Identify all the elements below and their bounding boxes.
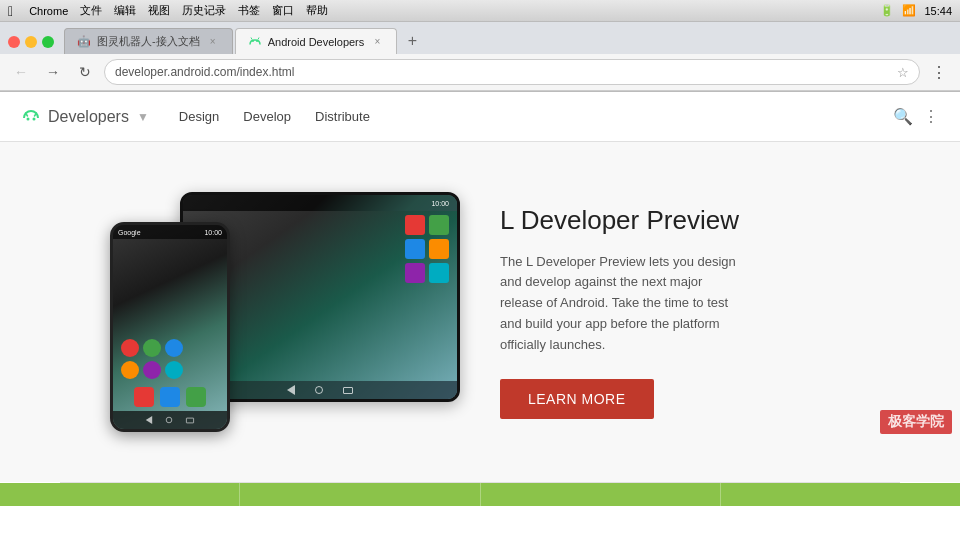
tablet-app-grid (405, 215, 449, 283)
nav-design[interactable]: Design (179, 105, 219, 128)
tab-android-developers[interactable]: Android Developers × (235, 28, 398, 54)
menu-view[interactable]: 视图 (148, 3, 170, 18)
svg-line-6 (26, 113, 28, 116)
hero-text: L Developer Preview The L Developer Prev… (500, 205, 880, 420)
browser-menu-button[interactable]: ⋮ (926, 59, 952, 85)
svg-line-2 (251, 37, 252, 39)
android-logo-icon (20, 106, 42, 128)
phone-app-circles (121, 339, 183, 379)
website: Developers ▼ Design Develop Distribute 🔍… (0, 92, 960, 506)
maximize-window-button[interactable] (42, 36, 54, 48)
hero-devices: 10:00 (80, 192, 460, 432)
browser-toolbar: ← → ↻ developer.android.com/index.html ☆… (0, 54, 960, 91)
menu-edit[interactable]: 编辑 (114, 3, 136, 18)
phone-bottom-apps (134, 387, 206, 407)
site-logo-text: Developers (48, 108, 129, 126)
tab-robots-title: 图灵机器人-接入文档 (97, 34, 200, 49)
cta-watch-videos[interactable]: Watch Videos › (481, 483, 721, 506)
os-menubar-left:  Chrome 文件 编辑 视图 历史记录 书签 窗口 帮助 (8, 3, 328, 19)
tab-robots[interactable]: 🤖 图灵机器人-接入文档 × (64, 28, 233, 54)
new-tab-button[interactable]: + (399, 28, 425, 54)
phone-device: Google 10:00 (110, 222, 230, 432)
site-nav-links: Design Develop Distribute (179, 105, 370, 128)
tab-android-title: Android Developers (268, 36, 365, 48)
menu-history[interactable]: 历史记录 (182, 3, 226, 18)
watermark: 极客学院 (880, 410, 952, 434)
svg-line-7 (35, 113, 37, 116)
menu-help[interactable]: 帮助 (306, 3, 328, 18)
menu-file[interactable]: 文件 (80, 3, 102, 18)
phone-screen: Google 10:00 (113, 225, 227, 429)
os-menubar:  Chrome 文件 编辑 视图 历史记录 书签 窗口 帮助 🔋 📶 15:4… (0, 0, 960, 22)
address-bar[interactable]: developer.android.com/index.html ☆ (104, 59, 920, 85)
back-button[interactable]: ← (8, 59, 34, 85)
nav-develop[interactable]: Develop (243, 105, 291, 128)
cta-browse-samples[interactable]: Browse Samples › (240, 483, 480, 506)
close-window-button[interactable] (8, 36, 20, 48)
nav-distribute[interactable]: Distribute (315, 105, 370, 128)
apple-menu[interactable]:  (8, 3, 13, 19)
browser-tabs: 🤖 图灵机器人-接入文档 × Android Developers × + (0, 22, 960, 54)
site-nav: Developers ▼ Design Develop Distribute 🔍… (0, 92, 960, 142)
hero-description: The L Developer Preview lets you design … (500, 252, 740, 356)
phone-recents-icon (186, 417, 194, 423)
site-menu-icon[interactable]: ⋮ (923, 107, 940, 126)
reload-button[interactable]: ↻ (72, 59, 98, 85)
svg-point-4 (27, 117, 30, 120)
wifi-icon: 📶 (902, 4, 916, 17)
bottom-cta-bar: Get the SDK › Browse Samples › Watch Vid… (0, 483, 960, 506)
tab-android-close[interactable]: × (370, 35, 384, 49)
svg-point-5 (33, 117, 36, 120)
app-name[interactable]: Chrome (29, 5, 68, 17)
hero-section: 10:00 (0, 142, 960, 482)
phone-home-icon (166, 417, 172, 423)
address-text: developer.android.com/index.html (115, 65, 891, 79)
site-logo[interactable]: Developers ▼ (20, 106, 149, 128)
menu-window[interactable]: 窗口 (272, 3, 294, 18)
svg-point-0 (252, 40, 254, 42)
browser-content: Developers ▼ Design Develop Distribute 🔍… (0, 92, 960, 506)
time-display: 15:44 (924, 5, 952, 17)
tablet-home-icon (315, 386, 323, 394)
logo-dropdown-icon[interactable]: ▼ (137, 110, 149, 124)
battery-icon: 🔋 (880, 4, 894, 17)
os-menubar-right: 🔋 📶 15:44 (880, 4, 952, 17)
tablet-status-bar: 10:00 (183, 195, 457, 211)
phone-back-icon (146, 416, 152, 424)
learn-more-button[interactable]: Learn More (500, 379, 654, 419)
svg-line-3 (258, 37, 259, 39)
cta-manage-apps[interactable]: Manage Your Apps › (721, 483, 960, 506)
cta-get-sdk[interactable]: Get the SDK › (0, 483, 240, 506)
tablet-back-icon (287, 385, 295, 395)
minimize-window-button[interactable] (25, 36, 37, 48)
phone-nav-bar (113, 411, 227, 429)
phone-status-bar: Google 10:00 (113, 225, 227, 239)
tablet-recents-icon (343, 387, 353, 394)
svg-point-1 (256, 40, 258, 42)
site-nav-right: 🔍 ⋮ (893, 107, 940, 126)
menu-bookmarks[interactable]: 书签 (238, 3, 260, 18)
tab-robots-favicon: 🤖 (77, 35, 91, 49)
browser-chrome: 🤖 图灵机器人-接入文档 × Android Developers × + ← … (0, 22, 960, 92)
tab-android-favicon (248, 35, 262, 49)
site-search-icon[interactable]: 🔍 (893, 107, 913, 126)
tab-robots-close[interactable]: × (206, 35, 220, 49)
bookmark-star-icon[interactable]: ☆ (897, 65, 909, 80)
forward-button[interactable]: → (40, 59, 66, 85)
hero-title: L Developer Preview (500, 205, 880, 236)
